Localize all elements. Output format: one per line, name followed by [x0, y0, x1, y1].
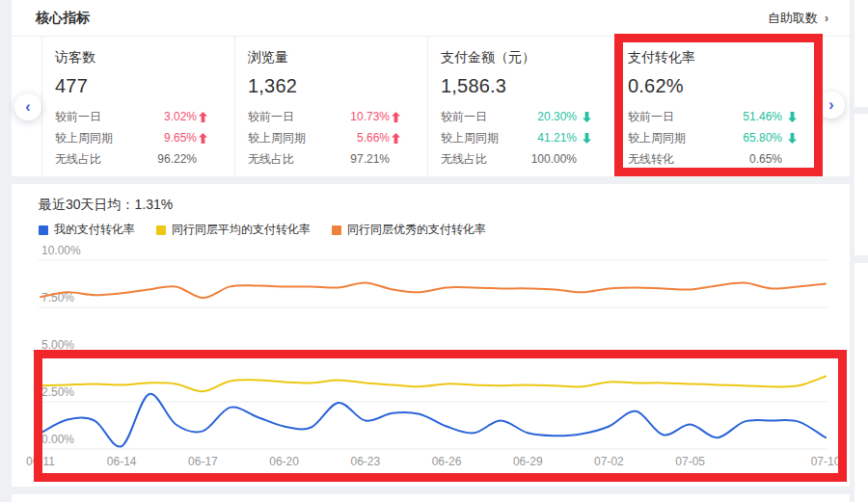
trend-arrow-icon [579, 112, 591, 122]
trend-arrow-icon [392, 133, 404, 144]
y-axis-label: 5.00% [41, 338, 74, 352]
row-value: 96.22% [157, 152, 197, 166]
metric-value: 1,586.3 [441, 75, 614, 97]
chevron-right-icon: › [828, 96, 833, 114]
dashboard: 核心指标 自助取数 › 访客数 477 较前一日 3.02% 较上周同期 [0, 0, 868, 502]
metric-row: 较前一日 51.46% [628, 106, 820, 127]
x-axis-label: 07-02 [594, 455, 624, 468]
row-value: 20.30% [537, 110, 577, 123]
y-axis-label: 0.00% [41, 433, 74, 446]
row-label: 无线占比 [248, 151, 350, 168]
x-axis-label: 06-26 [432, 455, 462, 468]
x-axis-label: 06-20 [269, 455, 299, 468]
panel-header: 核心指标 自助取数 › [12, 0, 850, 37]
metric-row: 较前一日 20.30% [441, 106, 614, 127]
row-label: 较上周同期 [441, 130, 537, 146]
metric-card-payment-amount[interactable]: 支付金额（元） 1,586.3 较前一日 20.30% 较上周同期 41.21%… [427, 37, 614, 175]
metric-row: 无线占比 96.22% [55, 148, 234, 170]
adjacent-panel-sliver [854, 0, 868, 107]
y-axis-label: 10.00% [41, 244, 81, 257]
self-service-data-label: 自助取数 [768, 10, 818, 27]
row-label: 较前一日 [248, 109, 350, 125]
row-label: 无线占比 [55, 151, 157, 168]
row-label: 无线转化 [628, 151, 749, 168]
chevron-left-icon: ‹ [25, 98, 30, 116]
trend-arrow-icon [784, 154, 797, 165]
row-value: 9.65% [164, 131, 197, 145]
self-service-data-link[interactable]: 自助取数 › [768, 10, 828, 27]
page-title: 核心指标 [36, 10, 90, 27]
adjacent-panel-sliver [854, 114, 868, 255]
next-section-panel [12, 494, 850, 502]
chevron-right-icon: › [825, 12, 828, 25]
row-value: 97.21% [350, 152, 390, 166]
metric-row: 较前一日 10.73% [248, 106, 427, 127]
row-value: 5.66% [357, 131, 390, 145]
metric-value: 0.62% [628, 75, 820, 97]
metric-title: 支付金额（元） [441, 49, 614, 66]
trend-arrow-icon [579, 133, 591, 144]
conversion-trend-chart[interactable]: 0.00%2.50%5.00%7.50%10.00%06-1106-1406-1… [12, 184, 850, 487]
x-axis-label: 06-17 [188, 455, 218, 468]
row-label: 较前一日 [628, 109, 743, 125]
row-label: 较上周同期 [55, 130, 164, 146]
row-label: 较前一日 [441, 109, 537, 125]
metric-value: 477 [55, 75, 234, 97]
trend-arrow-icon [392, 154, 404, 165]
trend-arrow-icon [199, 133, 211, 144]
metric-card-pageviews[interactable]: 浏览量 1,362 较前一日 10.73% 较上周同期 5.66% 无线占比 [234, 37, 427, 175]
x-axis-label: 07-10 [811, 455, 841, 468]
row-value: 41.21% [537, 131, 577, 145]
metric-row: 较前一日 3.02% [55, 106, 234, 127]
y-axis-label: 2.50% [41, 385, 74, 399]
trend-arrow-icon [392, 112, 404, 122]
trend-arrow-icon [199, 112, 211, 122]
metric-card-visitors[interactable]: 访客数 477 较前一日 3.02% 较上周同期 9.65% 无线占比 [41, 37, 234, 175]
peer-average-line [41, 377, 826, 392]
metric-value: 1,362 [248, 75, 427, 97]
row-value: 65.80% [743, 131, 782, 145]
metric-rows: 较前一日 20.30% 较上周同期 41.21% 无线占比 100.00% [441, 106, 614, 170]
metric-row: 无线占比 97.21% [248, 148, 427, 170]
row-label: 较上周同期 [628, 130, 743, 146]
x-axis-label: 06-11 [26, 455, 55, 468]
row-value: 51.46% [743, 110, 782, 123]
metric-title: 访客数 [55, 49, 234, 66]
metric-rows: 较前一日 51.46% 较上周同期 65.80% 无线转化 0.65% [628, 106, 820, 170]
metric-row: 较上周同期 5.66% [248, 127, 427, 148]
metric-rows: 较前一日 3.02% 较上周同期 9.65% 无线占比 96.22% [55, 106, 234, 170]
conversion-trend-panel: 最近30天日均：1.31% 我的支付转化率 同行同层平均的支付转化率 同行同层优… [12, 184, 850, 487]
metric-row: 较上周同期 9.65% [55, 127, 234, 148]
adjacent-panel-sliver [854, 263, 868, 502]
metric-row: 较上周同期 41.21% [441, 127, 614, 148]
row-value: 100.00% [531, 152, 577, 166]
x-axis-label: 06-23 [350, 455, 380, 468]
row-value: 0.65% [749, 152, 782, 166]
metric-rows: 较前一日 10.73% 较上周同期 5.66% 无线占比 97.21% [248, 106, 427, 170]
row-value: 10.73% [350, 110, 390, 123]
row-value: 3.02% [164, 110, 197, 123]
x-axis-label: 06-29 [513, 455, 543, 468]
metric-row: 无线占比 100.00% [441, 148, 614, 170]
row-label: 无线占比 [441, 151, 531, 168]
metric-cards: 访客数 477 较前一日 3.02% 较上周同期 9.65% 无线占比 [41, 37, 836, 175]
carousel-next-button[interactable]: › [818, 92, 845, 119]
peer-excellent-line [41, 282, 826, 298]
metric-card-conversion-rate[interactable]: 支付转化率 0.62% 较前一日 51.46% 较上周同期 65.80% 无线转… [614, 37, 820, 175]
trend-arrow-icon [784, 133, 797, 144]
trend-arrow-icon [784, 112, 797, 122]
trend-arrow-icon [579, 154, 591, 165]
x-axis-label: 06-14 [107, 455, 137, 468]
metric-title: 支付转化率 [628, 49, 820, 66]
x-axis-label: 07-05 [675, 455, 705, 468]
trend-arrow-icon [199, 154, 211, 165]
carousel-prev-button[interactable]: ‹ [14, 93, 41, 120]
metric-title: 浏览量 [248, 49, 427, 66]
metric-row: 较上周同期 65.80% [628, 127, 820, 148]
row-label: 较上周同期 [248, 130, 357, 146]
row-label: 较前一日 [55, 109, 164, 125]
metric-row: 无线转化 0.65% [628, 148, 820, 170]
core-metrics-panel: 核心指标 自助取数 › 访客数 477 较前一日 3.02% 较上周同期 [12, 0, 850, 176]
